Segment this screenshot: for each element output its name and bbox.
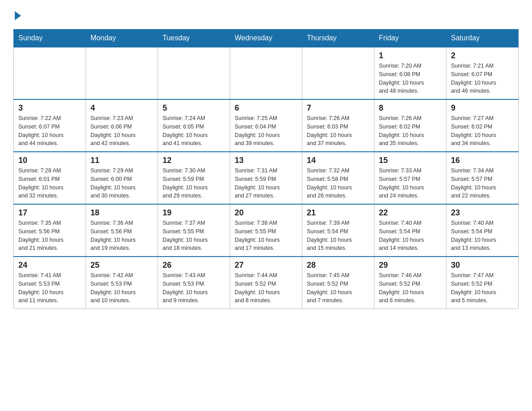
calendar-cell: 13Sunrise: 7:31 AMSunset: 5:59 PMDayligh… [230, 152, 302, 204]
page-header [13, 9, 519, 20]
calendar-cell [302, 47, 374, 99]
weekday-header-tuesday: Tuesday [158, 30, 230, 47]
day-info: Sunrise: 7:33 AMSunset: 5:57 PMDaylight:… [379, 167, 442, 200]
day-number: 24 [18, 261, 81, 270]
weekday-header-monday: Monday [86, 30, 158, 47]
day-number: 18 [90, 208, 153, 218]
calendar-cell: 15Sunrise: 7:33 AMSunset: 5:57 PMDayligh… [374, 152, 446, 204]
calendar-cell [14, 47, 86, 99]
day-number: 29 [379, 261, 442, 270]
week-row-1: 1Sunrise: 7:20 AMSunset: 6:08 PMDaylight… [14, 47, 519, 99]
day-info: Sunrise: 7:47 AMSunset: 5:52 PMDaylight:… [451, 271, 514, 305]
day-number: 8 [379, 103, 442, 113]
calendar-cell [230, 47, 302, 99]
day-info: Sunrise: 7:31 AMSunset: 5:59 PMDaylight:… [235, 167, 297, 200]
calendar-table: SundayMondayTuesdayWednesdayThursdayFrid… [13, 29, 519, 309]
week-row-4: 17Sunrise: 7:35 AMSunset: 5:56 PMDayligh… [14, 204, 519, 257]
calendar-cell: 22Sunrise: 7:40 AMSunset: 5:54 PMDayligh… [374, 204, 446, 257]
calendar-cell: 4Sunrise: 7:23 AMSunset: 6:06 PMDaylight… [86, 99, 158, 152]
calendar-cell: 24Sunrise: 7:41 AMSunset: 5:53 PMDayligh… [14, 257, 86, 309]
day-number: 19 [163, 208, 225, 218]
calendar-cell: 1Sunrise: 7:20 AMSunset: 6:08 PMDaylight… [374, 47, 446, 99]
day-number: 5 [163, 103, 225, 113]
day-number: 25 [90, 261, 153, 270]
day-info: Sunrise: 7:22 AMSunset: 6:07 PMDaylight:… [18, 114, 81, 148]
calendar-cell: 26Sunrise: 7:43 AMSunset: 5:53 PMDayligh… [158, 257, 230, 309]
calendar-cell: 21Sunrise: 7:39 AMSunset: 5:54 PMDayligh… [302, 204, 374, 257]
calendar-cell: 14Sunrise: 7:32 AMSunset: 5:58 PMDayligh… [302, 152, 374, 204]
calendar-cell [158, 47, 230, 99]
calendar-cell [86, 47, 158, 99]
day-number: 10 [18, 156, 81, 165]
day-info: Sunrise: 7:32 AMSunset: 5:58 PMDaylight:… [307, 167, 369, 200]
day-info: Sunrise: 7:36 AMSunset: 5:56 PMDaylight:… [90, 219, 153, 253]
day-info: Sunrise: 7:46 AMSunset: 5:52 PMDaylight:… [379, 271, 442, 305]
day-number: 4 [90, 103, 153, 113]
day-number: 26 [163, 261, 225, 270]
calendar-cell: 7Sunrise: 7:26 AMSunset: 6:03 PMDaylight… [302, 99, 374, 152]
calendar-cell: 20Sunrise: 7:38 AMSunset: 5:55 PMDayligh… [230, 204, 302, 257]
day-number: 23 [451, 208, 514, 218]
day-info: Sunrise: 7:23 AMSunset: 6:06 PMDaylight:… [90, 114, 153, 148]
calendar-cell: 8Sunrise: 7:26 AMSunset: 6:02 PMDaylight… [374, 99, 446, 152]
day-number: 7 [307, 103, 369, 113]
calendar-cell: 18Sunrise: 7:36 AMSunset: 5:56 PMDayligh… [86, 204, 158, 257]
day-info: Sunrise: 7:39 AMSunset: 5:54 PMDaylight:… [307, 219, 369, 253]
day-info: Sunrise: 7:34 AMSunset: 5:57 PMDaylight:… [451, 167, 514, 200]
day-number: 22 [379, 208, 442, 218]
logo [13, 9, 21, 20]
day-number: 17 [18, 208, 81, 218]
weekday-header-sunday: Sunday [14, 30, 86, 47]
day-number: 13 [235, 156, 297, 165]
day-info: Sunrise: 7:45 AMSunset: 5:52 PMDaylight:… [307, 271, 369, 305]
day-info: Sunrise: 7:37 AMSunset: 5:55 PMDaylight:… [163, 219, 225, 253]
calendar-cell: 25Sunrise: 7:42 AMSunset: 5:53 PMDayligh… [86, 257, 158, 309]
day-number: 16 [451, 156, 514, 165]
day-info: Sunrise: 7:24 AMSunset: 6:05 PMDaylight:… [163, 114, 225, 148]
day-info: Sunrise: 7:26 AMSunset: 6:03 PMDaylight:… [307, 114, 369, 148]
day-number: 27 [235, 261, 297, 270]
day-number: 1 [379, 51, 442, 60]
day-info: Sunrise: 7:41 AMSunset: 5:53 PMDaylight:… [18, 271, 81, 305]
day-info: Sunrise: 7:28 AMSunset: 6:01 PMDaylight:… [18, 167, 81, 200]
day-info: Sunrise: 7:38 AMSunset: 5:55 PMDaylight:… [235, 219, 297, 253]
calendar-cell: 17Sunrise: 7:35 AMSunset: 5:56 PMDayligh… [14, 204, 86, 257]
day-info: Sunrise: 7:27 AMSunset: 6:02 PMDaylight:… [451, 114, 514, 148]
weekday-header-wednesday: Wednesday [230, 30, 302, 47]
calendar-cell: 3Sunrise: 7:22 AMSunset: 6:07 PMDaylight… [14, 99, 86, 152]
day-info: Sunrise: 7:25 AMSunset: 6:04 PMDaylight:… [235, 114, 297, 148]
logo-arrow-icon [15, 11, 21, 20]
day-number: 14 [307, 156, 369, 165]
day-info: Sunrise: 7:42 AMSunset: 5:53 PMDaylight:… [90, 271, 153, 305]
day-number: 28 [307, 261, 369, 270]
calendar-cell: 27Sunrise: 7:44 AMSunset: 5:52 PMDayligh… [230, 257, 302, 309]
day-info: Sunrise: 7:35 AMSunset: 5:56 PMDaylight:… [18, 219, 81, 253]
day-info: Sunrise: 7:40 AMSunset: 5:54 PMDaylight:… [379, 219, 442, 253]
calendar-cell: 5Sunrise: 7:24 AMSunset: 6:05 PMDaylight… [158, 99, 230, 152]
day-info: Sunrise: 7:44 AMSunset: 5:52 PMDaylight:… [235, 271, 297, 305]
calendar-cell: 29Sunrise: 7:46 AMSunset: 5:52 PMDayligh… [374, 257, 446, 309]
day-number: 2 [451, 51, 514, 60]
day-number: 30 [451, 261, 514, 270]
weekday-header-friday: Friday [374, 30, 446, 47]
calendar-cell: 11Sunrise: 7:29 AMSunset: 6:00 PMDayligh… [86, 152, 158, 204]
calendar-cell: 28Sunrise: 7:45 AMSunset: 5:52 PMDayligh… [302, 257, 374, 309]
calendar-cell: 19Sunrise: 7:37 AMSunset: 5:55 PMDayligh… [158, 204, 230, 257]
calendar-cell: 23Sunrise: 7:40 AMSunset: 5:54 PMDayligh… [446, 204, 519, 257]
day-info: Sunrise: 7:29 AMSunset: 6:00 PMDaylight:… [90, 167, 153, 200]
day-info: Sunrise: 7:30 AMSunset: 5:59 PMDaylight:… [163, 167, 225, 200]
day-number: 21 [307, 208, 369, 218]
day-info: Sunrise: 7:21 AMSunset: 6:07 PMDaylight:… [451, 62, 514, 95]
calendar-cell: 2Sunrise: 7:21 AMSunset: 6:07 PMDaylight… [446, 47, 519, 99]
weekday-header-row: SundayMondayTuesdayWednesdayThursdayFrid… [14, 30, 519, 47]
day-number: 12 [163, 156, 225, 165]
calendar-cell: 6Sunrise: 7:25 AMSunset: 6:04 PMDaylight… [230, 99, 302, 152]
day-info: Sunrise: 7:43 AMSunset: 5:53 PMDaylight:… [163, 271, 225, 305]
weekday-header-saturday: Saturday [446, 30, 519, 47]
day-number: 9 [451, 103, 514, 113]
calendar-cell: 12Sunrise: 7:30 AMSunset: 5:59 PMDayligh… [158, 152, 230, 204]
calendar-cell: 16Sunrise: 7:34 AMSunset: 5:57 PMDayligh… [446, 152, 519, 204]
day-number: 6 [235, 103, 297, 113]
day-info: Sunrise: 7:40 AMSunset: 5:54 PMDaylight:… [451, 219, 514, 253]
calendar-cell: 10Sunrise: 7:28 AMSunset: 6:01 PMDayligh… [14, 152, 86, 204]
